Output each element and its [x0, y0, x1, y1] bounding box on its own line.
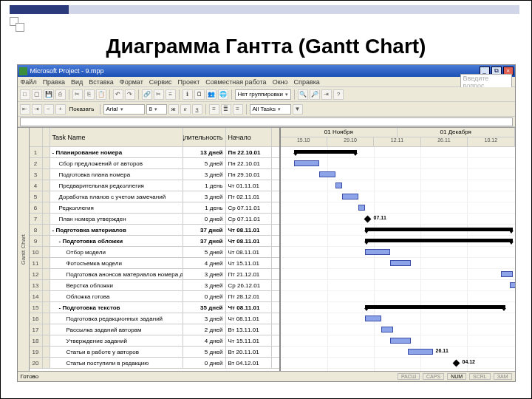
menu-project[interactable]: Проект: [178, 78, 200, 86]
day-cell: 26.11: [421, 137, 468, 146]
goto-icon[interactable]: ⇥: [321, 89, 332, 100]
status-ext: РАСШ: [398, 373, 420, 380]
table-row[interactable]: 2Сбор предложений от авторов5 днейПн 22.…: [30, 158, 279, 169]
assign-icon[interactable]: 👥: [206, 89, 216, 100]
undo-icon[interactable]: ↶: [113, 89, 123, 100]
menu-file[interactable]: Файл: [21, 78, 37, 86]
italic-icon[interactable]: к: [180, 104, 191, 115]
align-right-icon[interactable]: ≡: [233, 104, 243, 115]
table-row[interactable]: 11Фотосъемка модели4 днейЧт 15.11.01: [30, 258, 279, 269]
cut-icon[interactable]: ✂: [72, 89, 83, 100]
size-select[interactable]: 8: [146, 104, 167, 115]
open-icon[interactable]: ▢: [32, 89, 42, 100]
outdent-icon[interactable]: ⇤: [20, 104, 30, 115]
table-row[interactable]: 18Утверждение заданий4 днейЧт 15.11.01: [30, 335, 279, 347]
table-row[interactable]: 20Статьи поступили в редакцию0 днейВт 04…: [30, 358, 279, 369]
month-cell: 01 Декабря: [398, 128, 515, 137]
zoom-out-icon[interactable]: 🔎: [310, 89, 320, 100]
table-row[interactable]: 4Предварительная редколлегия1 деньЧт 01.…: [30, 180, 279, 191]
redo-icon[interactable]: ↷: [125, 89, 135, 100]
day-cell: 15.10: [281, 137, 327, 146]
status-caps: CAPS: [423, 373, 444, 380]
slide-title: Диаграмма Гантта (Gantt Chart): [11, 35, 521, 58]
table-row[interactable]: 5Доработка планов с учетом замечаний3 дн…: [30, 191, 279, 202]
separator: [294, 89, 295, 100]
table-row[interactable]: 7План номера утвержден0 днейСр 07.11.01: [30, 214, 279, 225]
align-left-icon[interactable]: ≡: [209, 104, 219, 115]
filter-select[interactable]: All Tasks: [250, 104, 291, 115]
table-row[interactable]: 14Обложка готова0 днейПт 28.12.01: [30, 291, 279, 302]
separator: [231, 89, 232, 100]
table-row[interactable]: 1- Планирование номера13 днейПн 22.10.01: [30, 147, 279, 158]
col-duration[interactable]: Длительность: [183, 128, 226, 146]
save-icon[interactable]: 💾: [44, 89, 54, 100]
entry-bar: [18, 117, 515, 127]
col-start[interactable]: Начало: [226, 128, 272, 146]
content-area: Gantt Chart Task Name Длительность Начал…: [18, 127, 515, 371]
menu-format[interactable]: Формат: [120, 78, 143, 86]
col-id[interactable]: [30, 128, 43, 146]
publish-icon[interactable]: 🌐: [218, 89, 228, 100]
info-icon[interactable]: ℹ: [183, 89, 193, 100]
table-row[interactable]: 3Подготовка плана номера3 днейПн 29.10.0…: [30, 169, 279, 180]
app-icon: [19, 67, 27, 75]
table-row[interactable]: 9- Подготовка обложки37 днейЧт 08.11.01: [30, 236, 279, 247]
menu-help[interactable]: Справка: [294, 78, 320, 86]
split-icon[interactable]: ≡: [166, 89, 176, 100]
grid-header: Task Name Длительность Начало: [30, 128, 279, 147]
note-icon[interactable]: 🗒: [194, 89, 205, 100]
autofilter-icon[interactable]: ▼: [293, 104, 303, 115]
zoom-in-icon[interactable]: 🔍: [298, 89, 308, 100]
col-info[interactable]: [43, 128, 50, 146]
unlink-icon[interactable]: ✂: [154, 89, 164, 100]
table-row[interactable]: 10Отбор модели5 днейЧт 08.11.01: [30, 247, 279, 258]
bold-icon[interactable]: ж: [168, 104, 179, 115]
toolbar-2: ⇤ ⇥ − + Показать Arial 8 ж к ч ≡ ≣ ≡ All…: [18, 102, 515, 117]
table-row[interactable]: 16Подготовка редакционных заданий3 днейЧ…: [30, 313, 279, 324]
gantt-chart: 01 Ноября 01 Декабря 15.10 29.10 12.11 2…: [281, 128, 515, 371]
copy-icon[interactable]: ⎘: [84, 89, 95, 100]
print-icon[interactable]: ⎙: [55, 89, 66, 100]
align-center-icon[interactable]: ≣: [221, 104, 231, 115]
statusbar: Готово РАСШ CAPS NUM SCRL ЗАМ: [18, 371, 515, 381]
gantt-body[interactable]: 07.1126.1104.12: [281, 147, 515, 371]
task-grid: Task Name Длительность Начало 1- Планиро…: [30, 128, 281, 371]
table-row[interactable]: 19Статьи в работе у авторов5 днейВт 20.1…: [30, 347, 279, 358]
table-row[interactable]: 13Верстка обложки3 днейСр 26.12.01: [30, 280, 279, 291]
new-icon[interactable]: □: [20, 89, 30, 100]
menu-insert[interactable]: Вставка: [89, 78, 113, 86]
titlebar: Microsoft Project - 9.mpp _ ⧉ ×: [18, 65, 515, 77]
help-icon[interactable]: ?: [333, 89, 344, 100]
menu-collab[interactable]: Совместная работа: [205, 78, 266, 86]
separator: [109, 89, 110, 100]
timeline-months: 01 Ноября 01 Декабря: [281, 128, 515, 137]
slide-bullet: [16, 23, 24, 32]
menu-window[interactable]: Окно: [273, 78, 288, 86]
view-bar[interactable]: Gantt Chart: [18, 128, 30, 371]
table-row[interactable]: 12Подготовка анонсов материалов номера д…: [30, 269, 279, 280]
paste-icon[interactable]: 📋: [96, 89, 106, 100]
font-select[interactable]: Arial: [103, 104, 145, 115]
separator: [138, 89, 139, 100]
underline-icon[interactable]: ч: [192, 104, 202, 115]
expand-icon[interactable]: +: [55, 104, 66, 115]
status-ovr: ЗАМ: [494, 373, 512, 380]
show-label[interactable]: Показать: [67, 106, 97, 112]
group-select[interactable]: Нет группировки: [235, 89, 291, 100]
window-title: Microsoft Project - 9.mpp: [30, 67, 478, 75]
col-name[interactable]: Task Name: [50, 128, 183, 146]
indent-icon[interactable]: ⇥: [32, 104, 42, 115]
table-row[interactable]: 6Редколлегия1 деньСр 07.11.01: [30, 202, 279, 214]
link-icon[interactable]: 🔗: [142, 89, 152, 100]
menu-tools[interactable]: Сервис: [149, 78, 172, 86]
separator: [205, 104, 206, 115]
menu-view[interactable]: Вид: [71, 78, 83, 86]
table-row[interactable]: 8- Подготовка материалов37 днейЧт 08.11.…: [30, 225, 279, 236]
entry-input[interactable]: [20, 117, 513, 126]
slide-stripe: [10, 5, 519, 14]
table-row[interactable]: 17Рассылка заданий авторам2 днейВт 13.11…: [30, 324, 279, 335]
collapse-icon[interactable]: −: [44, 104, 54, 115]
table-row[interactable]: 15- Подготовка текстов35 днейЧт 08.11.01: [30, 302, 279, 313]
toolbar-1: □ ▢ 💾 ⎙ ✂ ⎘ 📋 ↶ ↷ 🔗 ✂ ≡ ℹ 🗒 👥 🌐 Нет груп…: [18, 87, 515, 102]
menu-edit[interactable]: Правка: [43, 78, 65, 86]
